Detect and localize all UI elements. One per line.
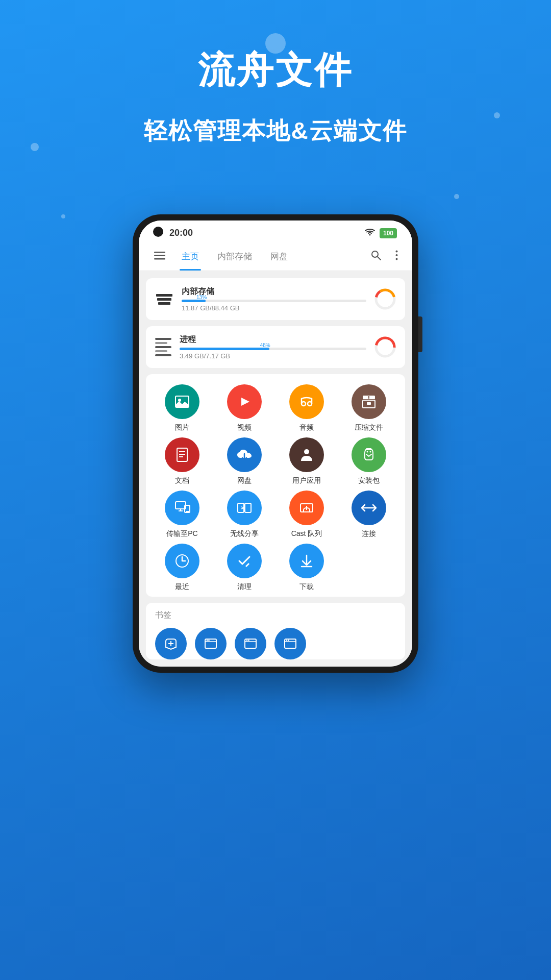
phone-side-button	[418, 316, 422, 352]
status-time: 20:00	[169, 228, 193, 238]
cast-icon-circle	[289, 491, 324, 525]
document-icon-circle	[165, 437, 199, 472]
svg-point-54	[288, 640, 289, 641]
icon-apk[interactable]: 安装包	[338, 437, 400, 485]
bookmarks-title: 书签	[155, 610, 396, 621]
svg-point-29	[370, 451, 371, 453]
svg-point-47	[207, 640, 208, 641]
icons-section: 图片 视频	[146, 374, 405, 597]
svg-rect-35	[238, 503, 244, 512]
internal-storage-card[interactable]: 内部存储 13% 11.87 GB/88.44 GB	[146, 278, 405, 320]
bookmark-item-4[interactable]	[274, 628, 306, 659]
decorative-dot-left2	[61, 214, 65, 218]
icon-clean[interactable]: 清理	[213, 544, 276, 592]
svg-rect-2	[154, 255, 165, 257]
svg-point-27	[304, 449, 309, 454]
process-icon	[155, 338, 171, 356]
nav-actions	[365, 245, 404, 268]
app-title: 流舟文件	[0, 46, 551, 95]
hamburger-icon[interactable]	[147, 242, 172, 271]
more-button[interactable]	[389, 245, 404, 268]
internal-storage-icon	[155, 290, 173, 308]
svg-point-4	[372, 251, 378, 257]
svg-rect-36	[245, 503, 251, 512]
process-size: 3.49 GB/7.17 GB	[180, 352, 366, 360]
process-name: 进程	[180, 334, 366, 345]
internal-storage-name: 内部存储	[182, 286, 366, 297]
archive-icon-circle	[352, 384, 386, 419]
bookmarks-row	[155, 628, 396, 659]
svg-point-8	[396, 258, 398, 260]
icon-video[interactable]: 视频	[213, 384, 276, 432]
icon-cast[interactable]: Cast 队列	[276, 491, 338, 538]
process-info: 进程 48% 3.49 GB/7.17 GB	[180, 334, 366, 360]
search-button[interactable]	[365, 245, 387, 268]
bookmarks-section: 书签	[146, 603, 405, 659]
svg-point-51	[248, 640, 249, 641]
nav-tabs: 主页 内部存储 网盘	[172, 242, 365, 271]
svg-point-15	[178, 399, 181, 402]
process-pie	[374, 336, 396, 358]
tab-home[interactable]: 主页	[172, 242, 208, 271]
phone-screen: 20:00 100	[139, 220, 412, 667]
internal-storage-info: 内部存储 13% 11.87 GB/88.44 GB	[182, 286, 366, 312]
icons-grid: 图片 视频	[151, 384, 400, 592]
wireless-share-icon-circle	[227, 491, 262, 525]
svg-point-48	[208, 640, 209, 641]
bookmark-item-3[interactable]	[235, 628, 266, 659]
audio-icon-circle	[289, 384, 324, 419]
icon-pictures[interactable]: 图片	[151, 384, 213, 432]
process-card[interactable]: 进程 48% 3.49 GB/7.17 GB	[146, 326, 405, 368]
icon-transfer-pc[interactable]: 传输至PC	[151, 491, 213, 538]
svg-point-28	[367, 451, 368, 453]
phone-mockup: 20:00 100	[133, 214, 418, 673]
internal-storage-size: 11.87 GB/88.44 GB	[182, 304, 366, 312]
svg-point-37	[243, 507, 245, 509]
decorative-dot-right2	[454, 194, 459, 199]
battery-icon: 100	[380, 228, 397, 238]
apk-icon-circle	[352, 437, 386, 472]
svg-marker-16	[241, 398, 249, 406]
icon-cloud[interactable]: 网盘	[213, 437, 276, 485]
tab-cloud[interactable]: 网盘	[261, 242, 297, 271]
svg-point-0	[369, 234, 370, 235]
icon-recent[interactable]: 最近	[151, 544, 213, 592]
internal-storage-pie	[374, 288, 396, 310]
icon-user-apps[interactable]: 用户应用	[276, 437, 338, 485]
pictures-icon-circle	[165, 384, 199, 419]
svg-point-6	[396, 251, 398, 253]
user-apps-icon-circle	[289, 437, 324, 472]
clean-icon-circle	[227, 544, 262, 578]
bookmark-item-2[interactable]	[195, 628, 227, 659]
tab-internal-storage[interactable]: 内部存储	[208, 242, 261, 271]
bookmark-circle-1	[155, 628, 187, 659]
status-bar: 20:00 100	[139, 220, 412, 242]
bookmark-circle-3	[235, 628, 266, 659]
svg-rect-21	[367, 402, 371, 405]
status-icons: 100	[364, 228, 397, 238]
icon-audio[interactable]: 音频	[276, 384, 338, 432]
bookmark-item-1[interactable]	[155, 628, 187, 659]
svg-line-5	[378, 257, 381, 260]
nav-bar: 主页 内部存储 网盘	[139, 242, 412, 271]
recent-icon-circle	[165, 544, 199, 578]
internal-storage-progress: 13%	[182, 300, 206, 302]
video-icon-circle	[227, 384, 262, 419]
icon-document[interactable]: 文档	[151, 437, 213, 485]
icon-connect[interactable]: 连接	[338, 491, 400, 538]
wifi-icon	[364, 228, 375, 238]
svg-point-53	[286, 640, 287, 641]
icon-archive[interactable]: 压缩文件	[338, 384, 400, 432]
svg-point-7	[396, 254, 398, 256]
transfer-pc-icon-circle	[165, 491, 199, 525]
icon-wireless-share[interactable]: 无线分享	[213, 491, 276, 538]
download-icon-circle	[289, 544, 324, 578]
svg-rect-3	[154, 258, 165, 260]
connect-icon-circle	[352, 491, 386, 525]
bookmark-circle-4	[274, 628, 306, 659]
icon-download[interactable]: 下载	[276, 544, 338, 592]
bookmark-circle-2	[195, 628, 227, 659]
content-area: 内部存储 13% 11.87 GB/88.44 GB	[139, 271, 412, 667]
svg-point-50	[246, 640, 247, 641]
header-section: 流舟文件 轻松管理本地&云端文件	[0, 0, 551, 147]
